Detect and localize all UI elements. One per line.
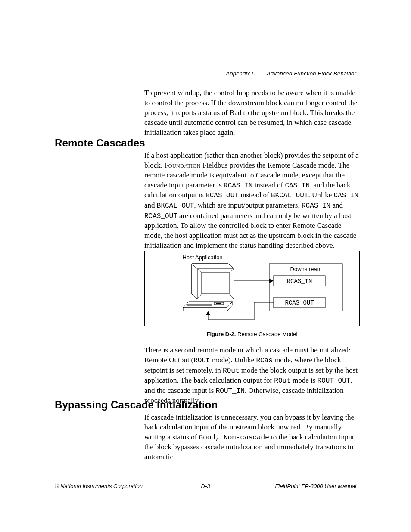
rcas-in-label: RCAS_IN xyxy=(287,278,312,285)
remote-cascades-paragraph: If a host application (rather than anoth… xyxy=(144,151,360,251)
footer-manual-title: FieldPoint FP-3000 User Manual xyxy=(275,482,356,490)
intro-paragraph: To prevent windup, the control loop need… xyxy=(144,88,360,138)
svg-marker-25 xyxy=(206,311,210,315)
figure-remote-cascade: Host Application xyxy=(144,251,360,326)
svg-rect-11 xyxy=(202,272,229,294)
chapter-title: Advanced Function Block Behavior xyxy=(267,70,356,77)
host-label: Host Application xyxy=(182,254,222,261)
svg-marker-2 xyxy=(183,308,227,311)
rout-paragraph: There is a second remote mode in which a… xyxy=(144,345,360,406)
appendix-label: Appendix D xyxy=(226,70,255,77)
svg-marker-10 xyxy=(192,264,234,269)
svg-marker-1 xyxy=(183,302,233,308)
rcas-out-label: RCAS_OUT xyxy=(285,299,314,306)
heading-remote-cascades: Remote Cascades xyxy=(55,136,145,150)
svg-marker-20 xyxy=(269,279,274,283)
running-header: Appendix D Advanced Function Block Behav… xyxy=(226,70,356,78)
bypassing-paragraph: If cascade initialization is unnecessary… xyxy=(144,413,360,462)
computer-icon xyxy=(183,264,234,311)
svg-rect-0 xyxy=(145,251,360,326)
heading-bypassing: Bypassing Cascade Initialization xyxy=(55,398,218,412)
figure-caption: Figure D-2. Remote Cascade Model xyxy=(144,330,360,338)
svg-marker-9 xyxy=(192,264,197,299)
downstream-label: Downstream xyxy=(290,266,322,272)
page: Appendix D Advanced Function Block Behav… xyxy=(0,0,411,532)
